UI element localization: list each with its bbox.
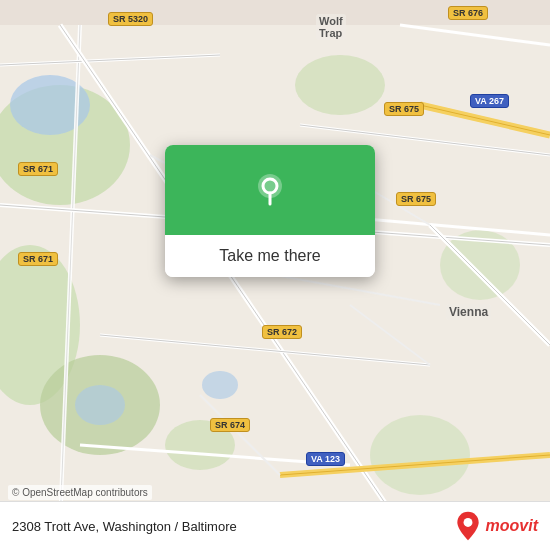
moovit-logo: moovit bbox=[454, 510, 538, 542]
take-me-there-button[interactable]: Take me there bbox=[211, 245, 328, 267]
svg-point-4 bbox=[295, 55, 385, 115]
svg-point-40 bbox=[463, 518, 472, 527]
moovit-pin-icon bbox=[454, 510, 482, 542]
place-label-vienna: Vienna bbox=[446, 304, 491, 320]
road-label-sr672: SR 672 bbox=[262, 325, 302, 339]
popup-card-body: Take me there bbox=[165, 235, 375, 277]
map-container: SR 5320 SR 676 VA 267 SR 675 SR 675 SR 6… bbox=[0, 0, 550, 550]
svg-point-9 bbox=[75, 385, 125, 425]
copyright-text: © OpenStreetMap contributors bbox=[8, 485, 152, 500]
svg-point-7 bbox=[370, 415, 470, 495]
road-label-sr671a: SR 671 bbox=[18, 162, 58, 176]
road-label-sr675b: SR 675 bbox=[396, 192, 436, 206]
road-label-sr675a: SR 675 bbox=[384, 102, 424, 116]
road-label-sr676: SR 676 bbox=[448, 6, 488, 20]
address-text: 2308 Trott Ave, Washington / Baltimore bbox=[12, 519, 237, 534]
footer-bar: 2308 Trott Ave, Washington / Baltimore m… bbox=[0, 501, 550, 550]
place-label-wolf-trap: WolfTrap bbox=[316, 14, 346, 40]
road-label-sr671b: SR 671 bbox=[18, 252, 58, 266]
road-label-sr5320: SR 5320 bbox=[108, 12, 153, 26]
popup-card-header bbox=[165, 145, 375, 235]
road-label-va267: VA 267 bbox=[470, 94, 509, 108]
popup-card: Take me there bbox=[165, 145, 375, 277]
svg-point-10 bbox=[202, 371, 238, 399]
location-pin-icon bbox=[248, 168, 292, 212]
road-label-sr674: SR 674 bbox=[210, 418, 250, 432]
road-label-va123: VA 123 bbox=[306, 452, 345, 466]
moovit-text: moovit bbox=[486, 517, 538, 535]
